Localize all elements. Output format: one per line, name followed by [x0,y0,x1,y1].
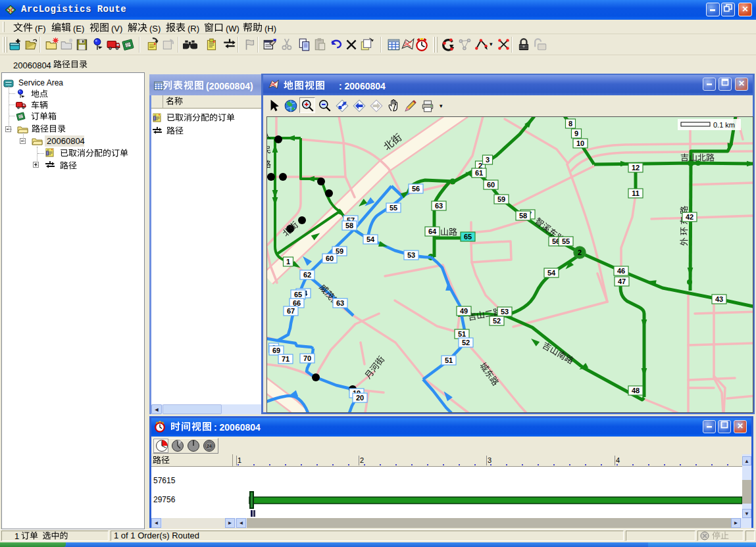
svg-text:62: 62 [303,271,311,279]
svg-text:8: 8 [568,120,572,128]
svg-text:9: 9 [574,130,578,137]
svg-text:52: 52 [493,317,501,325]
svg-text:71: 71 [282,355,290,363]
svg-text:42: 42 [686,213,693,221]
svg-text:48: 48 [632,387,640,394]
svg-text:46: 46 [617,267,625,275]
svg-text:64: 64 [428,227,437,235]
svg-text:43: 43 [715,295,723,303]
svg-text:11: 11 [632,189,640,197]
svg-text:66: 66 [293,299,301,307]
svg-text:55: 55 [390,204,397,212]
svg-text:0.1 km: 0.1 km [713,121,735,129]
svg-text:55: 55 [562,237,570,245]
svg-text:65: 65 [294,291,302,298]
svg-text:3: 3 [488,456,491,464]
svg-text:65: 65 [464,233,472,241]
svg-text:60: 60 [487,181,495,189]
svg-text:10: 10 [576,139,584,147]
svg-text:47: 47 [618,277,626,285]
svg-text:(20060804): (20060804) [206,81,253,91]
svg-text:63: 63 [435,202,443,210]
svg-text:56: 56 [412,185,420,193]
svg-text:53: 53 [501,308,509,316]
svg-text:3: 3 [486,156,490,164]
svg-text:67: 67 [287,307,295,315]
svg-text:52: 52 [462,339,470,346]
svg-text:51: 51 [445,356,453,364]
svg-text:58: 58 [345,222,353,229]
svg-text:20: 20 [356,394,364,402]
svg-text:1: 1 [238,456,241,464]
svg-text:2: 2 [578,249,582,256]
svg-text:: 20060804: : 20060804 [214,422,261,433]
svg-text:: 20060804: : 20060804 [339,81,386,91]
svg-text:12: 12 [632,164,640,172]
svg-text:70: 70 [303,354,311,362]
svg-text:51: 51 [458,330,466,338]
svg-text:61: 61 [475,169,483,177]
svg-text:54: 54 [547,269,556,277]
svg-text:53: 53 [407,251,415,259]
svg-text:63: 63 [336,299,344,307]
svg-text:4: 4 [616,456,620,464]
svg-text:1: 1 [286,258,290,266]
svg-text:69: 69 [272,346,280,354]
svg-text:60: 60 [326,254,334,262]
svg-text:59: 59 [497,195,505,203]
svg-text:58: 58 [519,212,527,220]
svg-text:54: 54 [366,235,375,243]
svg-text:49: 49 [460,307,468,315]
svg-text:2: 2 [360,456,364,464]
svg-text:24: 24 [207,444,212,448]
